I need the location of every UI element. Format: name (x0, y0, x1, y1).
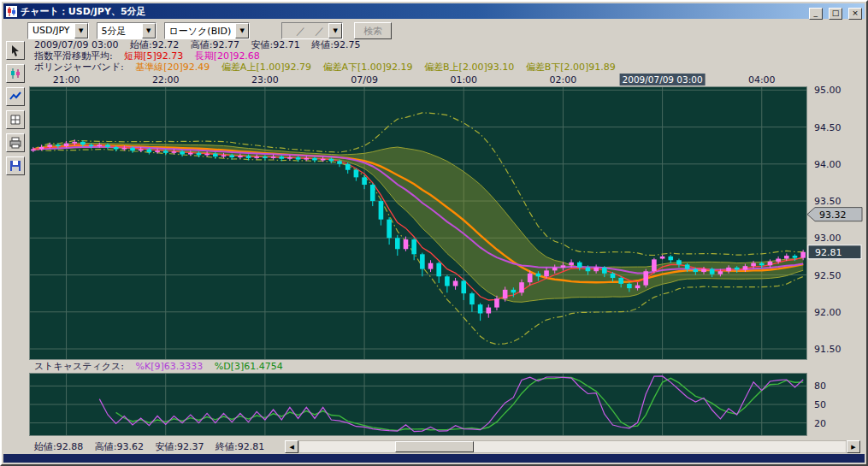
stochastic-readout: ストキャスティクス: %K[9]63.3333 %D[3]61.4754 (29, 361, 864, 373)
stochastic-label: ストキャスティクス: (34, 361, 124, 372)
svg-text:91.50: 91.50 (814, 344, 841, 355)
chevron-down-icon[interactable]: ▼ (74, 23, 88, 38)
indicator-tool-button[interactable] (6, 87, 25, 106)
app-icon (6, 6, 17, 17)
session-close: 終値:92.81 (216, 441, 264, 452)
print-icon (9, 136, 22, 150)
status-bar: 始値:92.88 高値:93.62 安値:92.37 終値:92.81 ◀ ▶ (29, 439, 864, 454)
chart-hscrollbar[interactable]: ◀ ▶ (285, 440, 860, 453)
search-button[interactable]: 検索 (354, 22, 392, 39)
chevron-down-icon[interactable]: ▼ (328, 23, 342, 38)
pair-select[interactable]: USD/JPY ▼ (27, 22, 89, 39)
candle-low: 安値:92.71 (251, 39, 300, 50)
svg-text:93.00: 93.00 (814, 233, 841, 244)
svg-text:01:00: 01:00 (450, 74, 477, 86)
date-select[interactable]: ／ ／ ▼ (281, 22, 343, 39)
bollinger-readout: ボリンジャーバンド: 基準線[20]92.49 偏差A上[1.00]92.79 … (29, 62, 864, 73)
stochastic-k-value: %K[9]63.3333 (136, 361, 204, 372)
ema-label: 指数平滑移動平均: (34, 50, 113, 62)
svg-text:93.32: 93.32 (819, 209, 847, 221)
indicator-readouts: 2009/07/09 03:00 始値:92.72 高値:92.77 安値:92… (29, 39, 864, 73)
svg-text:07/09: 07/09 (351, 74, 378, 86)
candlestick-icon (9, 67, 22, 80)
title-bar: チャート：USD/JPY、5分足 _ □ × (3, 3, 865, 19)
pointer-tool-button[interactable] (6, 41, 25, 60)
date-select-value: ／ ／ (282, 23, 328, 38)
line-chart-icon (9, 90, 22, 103)
close-button[interactable]: × (848, 8, 862, 20)
svg-text:50: 50 (814, 399, 826, 410)
svg-text:92.00: 92.00 (814, 307, 841, 318)
timeframe-select[interactable]: 5分足 ▼ (97, 22, 156, 39)
maximize-button[interactable]: □ (829, 8, 842, 20)
svg-text:95.00: 95.00 (814, 85, 841, 96)
ema-short-value: 短期[5]92.73 (124, 50, 183, 62)
svg-text:92.50: 92.50 (814, 270, 841, 281)
bollinger-b-lower-value: 偏差B下[2.00]91.89 (526, 62, 616, 73)
session-high: 高値:93.62 (95, 441, 144, 452)
stochastic-chart-canvas[interactable]: 805020 (29, 373, 864, 436)
session-ohlc: 始値:92.88 高値:93.62 安値:92.37 終値:92.81 (29, 440, 273, 453)
svg-text:80: 80 (814, 380, 826, 392)
chevron-down-icon[interactable]: ▼ (235, 23, 249, 38)
candlestick-tool-button[interactable] (6, 64, 25, 83)
scrollbar-track[interactable] (298, 440, 847, 453)
candle-close: 終値:92.75 (311, 39, 360, 50)
svg-text:94.50: 94.50 (814, 122, 841, 133)
bollinger-b-upper-value: 偏差B上[2.00]93.10 (424, 62, 514, 73)
svg-text:93.50: 93.50 (814, 196, 841, 207)
svg-text:04:00: 04:00 (748, 74, 776, 86)
session-low: 安値:92.37 (155, 441, 204, 452)
window-title: チャート：USD/JPY、5分足 (21, 5, 807, 18)
bollinger-label: ボリンジャーバンド: (34, 62, 124, 73)
svg-text:92.81: 92.81 (815, 247, 842, 258)
candle-open: 始値:92.72 (130, 39, 179, 50)
chart-type-select[interactable]: ローソク(BID) ▼ (164, 22, 251, 39)
timeframe-select-value: 5分足 (97, 23, 142, 38)
bollinger-basis-value: 基準線[20]92.49 (135, 62, 210, 73)
grid-icon (9, 113, 22, 127)
save-icon (9, 159, 22, 173)
bollinger-a-upper-value: 偏差A上[1.00]92.79 (221, 62, 311, 73)
svg-text:23:00: 23:00 (251, 74, 279, 86)
svg-text:2009/07/09 03:00: 2009/07/09 03:00 (623, 74, 703, 85)
candle-datetime: 2009/07/09 03:00 (34, 39, 119, 50)
print-tool-button[interactable] (6, 133, 25, 152)
svg-text:22:00: 22:00 (152, 74, 180, 86)
svg-text:20: 20 (814, 418, 826, 429)
main-chart-canvas[interactable]: 21:0022:0023:0007/0901:0002:002009/07/09… (29, 73, 864, 361)
pointer-icon (9, 44, 22, 57)
ema-readout: 指数平滑移動平均: 短期[5]92.73 長期[20]92.68 (29, 50, 864, 62)
save-tool-button[interactable] (6, 156, 25, 175)
bollinger-a-lower-value: 偏差A下[1.00]92.19 (322, 62, 412, 73)
candle-high: 高値:92.77 (191, 39, 239, 50)
session-open: 始値:92.88 (34, 441, 83, 452)
chevron-down-icon[interactable]: ▼ (142, 23, 156, 38)
svg-text:21:00: 21:00 (53, 74, 80, 86)
scroll-right-button[interactable]: ▶ (847, 440, 860, 453)
ema-long-value: 長期[20]92.68 (195, 50, 260, 62)
window-controls: _ □ × (807, 3, 862, 20)
drawing-tool-column (6, 41, 27, 175)
minimize-button[interactable]: _ (809, 8, 823, 20)
window-bottom-strip (3, 454, 865, 463)
ohlc-readout: 2009/07/09 03:00 始値:92.72 高値:92.77 安値:92… (29, 39, 864, 50)
chart-window: チャート：USD/JPY、5分足 _ □ × USD/JPY ▼ 5分足 ▼ ロ… (0, 0, 868, 466)
scroll-left-button[interactable]: ◀ (285, 440, 298, 453)
grid-tool-button[interactable] (6, 110, 25, 129)
chart-type-select-value: ローソク(BID) (165, 23, 236, 38)
svg-text:94.00: 94.00 (814, 159, 841, 170)
stochastic-d-value: %D[3]61.4754 (215, 361, 283, 372)
chart-toolbar: USD/JPY ▼ 5分足 ▼ ローソク(BID) ▼ ／ ／ ▼ 検索 (27, 21, 392, 40)
pair-select-value: USD/JPY (28, 23, 74, 38)
svg-text:02:00: 02:00 (550, 74, 577, 86)
chart-region: 2009/07/09 03:00 始値:92.72 高値:92.77 安値:92… (29, 39, 864, 454)
scrollbar-thumb[interactable] (395, 441, 474, 452)
